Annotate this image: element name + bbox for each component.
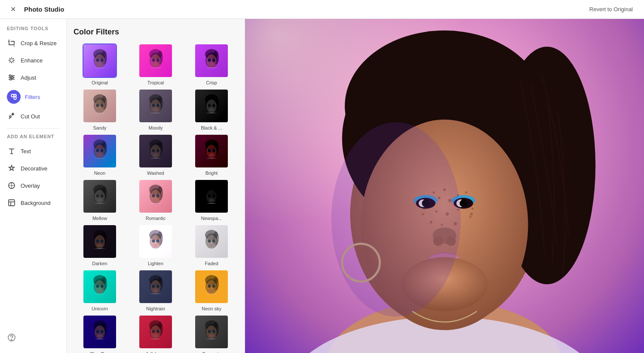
- svg-point-169: [156, 285, 159, 288]
- svg-point-57: [150, 99, 161, 113]
- app-title: Photo Studio: [24, 6, 64, 13]
- filter-thumb-bright: [194, 134, 229, 168]
- filter-thumb-darken: [83, 224, 117, 259]
- sidebar-divider: [7, 128, 59, 129]
- filter-item-newspaper[interactable]: Newspa...: [185, 179, 238, 221]
- filter-item-darken[interactable]: Darken: [74, 224, 126, 266]
- svg-point-84: [150, 145, 161, 158]
- svg-point-116: [153, 199, 158, 201]
- svg-point-111: [150, 190, 161, 204]
- svg-point-233: [470, 213, 473, 215]
- svg-point-168: [152, 285, 155, 288]
- filters-label: Filters: [25, 94, 40, 100]
- svg-point-44: [209, 63, 214, 66]
- filter-thumb-inner-moody: [139, 90, 172, 122]
- svg-point-147: [206, 235, 217, 249]
- filter-item-nightrain[interactable]: Nightrain: [129, 269, 182, 311]
- filter-item-blackwhite[interactable]: Black & ...: [185, 89, 238, 130]
- filter-item-blueray[interactable]: Blue Ray: [74, 315, 126, 353]
- filter-thumb-neon: [83, 134, 117, 168]
- svg-point-192: [150, 325, 161, 339]
- svg-point-197: [153, 334, 158, 337]
- filter-item-neonsky[interactable]: Neon sky: [185, 269, 238, 311]
- filter-thumb-crisp: [194, 43, 229, 78]
- filter-label-neonsky: Neon sky: [202, 306, 221, 311]
- filter-item-mellow[interactable]: Mellow: [74, 179, 126, 221]
- filter-thumb-inner-newspaper: [195, 180, 228, 213]
- svg-point-138: [150, 235, 161, 249]
- filter-item-tropical[interactable]: Tropical: [129, 43, 182, 85]
- svg-point-21: [95, 54, 105, 68]
- svg-point-151: [212, 240, 215, 243]
- enhance-label: Enhance: [21, 57, 43, 64]
- filter-label-washed: Washed: [147, 170, 164, 176]
- sidebar-item-overlay[interactable]: Overlay: [0, 177, 66, 194]
- svg-point-187: [101, 330, 104, 333]
- filter-thumb-mellow: [83, 179, 117, 214]
- svg-point-66: [206, 99, 217, 113]
- filter-thumb-concrete: [194, 315, 229, 349]
- svg-point-30: [150, 54, 161, 68]
- svg-point-150: [208, 240, 211, 243]
- filters-grid: Original Tropical Crisp: [74, 43, 238, 353]
- filter-thumb-newspaper: [194, 179, 229, 214]
- filter-item-faded[interactable]: Faded: [185, 224, 238, 266]
- svg-point-159: [96, 285, 99, 288]
- filter-label-concrete: Concrete: [202, 351, 221, 353]
- filter-item-concrete[interactable]: Concrete: [185, 315, 238, 353]
- svg-point-93: [206, 145, 217, 158]
- sidebar-item-decorative[interactable]: Decorative: [0, 160, 66, 177]
- filter-item-moody[interactable]: Moody: [129, 89, 182, 130]
- overlay-label: Overlay: [21, 183, 40, 189]
- filter-item-lighten[interactable]: Lighten: [129, 224, 182, 266]
- filter-label-romantic: Romantic: [146, 216, 166, 221]
- sidebar-item-background[interactable]: Background: [0, 194, 66, 211]
- filter-item-original[interactable]: Original: [74, 43, 126, 85]
- filter-item-washed[interactable]: Washed: [129, 134, 182, 176]
- filter-item-bright[interactable]: Bright: [185, 134, 238, 176]
- svg-point-120: [206, 190, 217, 204]
- canvas-area: [245, 19, 644, 353]
- crop-icon: [7, 38, 16, 48]
- main-layout: EDITING TOOLS Crop & Resize Enh: [0, 19, 644, 353]
- svg-point-69: [208, 104, 211, 107]
- svg-point-205: [212, 330, 215, 333]
- close-button[interactable]: ✕: [7, 3, 19, 15]
- svg-point-96: [208, 149, 211, 152]
- svg-point-98: [209, 154, 214, 156]
- sidebar-item-filters[interactable]: Filters: [0, 86, 66, 108]
- filter-thumb-tropical: [138, 43, 173, 78]
- svg-point-80: [97, 154, 102, 156]
- filter-label-faded: Faded: [205, 261, 218, 266]
- filter-item-unicorn[interactable]: Unicorn: [74, 269, 126, 311]
- filter-label-darken: Darken: [92, 261, 107, 266]
- filter-item-sandy[interactable]: Sandy: [74, 89, 126, 130]
- svg-point-8: [14, 94, 16, 97]
- filter-label-blackwhite: Black & ...: [201, 125, 222, 130]
- svg-point-53: [97, 108, 102, 111]
- filter-item-jellybean[interactable]: Jellybean: [129, 315, 182, 353]
- sidebar-item-crop[interactable]: Crop & Resize: [0, 34, 66, 52]
- svg-point-106: [101, 195, 104, 198]
- sidebar-item-enhance[interactable]: Enhance: [0, 52, 66, 69]
- revert-button[interactable]: Revert to Original: [585, 3, 637, 15]
- topbar-left: ✕ Photo Studio: [7, 3, 64, 15]
- sidebar-item-help[interactable]: [0, 329, 66, 346]
- filter-item-neon[interactable]: Neon: [74, 134, 126, 176]
- filter-item-romantic[interactable]: Romantic: [129, 179, 182, 221]
- svg-point-78: [96, 149, 99, 152]
- svg-point-3: [9, 75, 11, 77]
- filter-thumb-lighten: [138, 224, 173, 259]
- svg-point-25: [101, 59, 104, 62]
- svg-point-39: [206, 54, 217, 68]
- sidebar-item-adjust[interactable]: Adjust: [0, 69, 66, 86]
- filter-item-crisp[interactable]: Crisp: [185, 43, 238, 85]
- filter-thumb-inner-original: [83, 44, 116, 77]
- svg-point-206: [209, 334, 214, 337]
- filter-label-moody: Moody: [148, 125, 163, 130]
- sidebar-item-cutout[interactable]: Cut Out: [0, 108, 66, 125]
- sidebar-item-text[interactable]: Text: [0, 142, 66, 160]
- svg-point-235: [472, 207, 474, 210]
- filter-thumb-inner-blackwhite: [195, 90, 228, 122]
- svg-point-243: [460, 199, 467, 207]
